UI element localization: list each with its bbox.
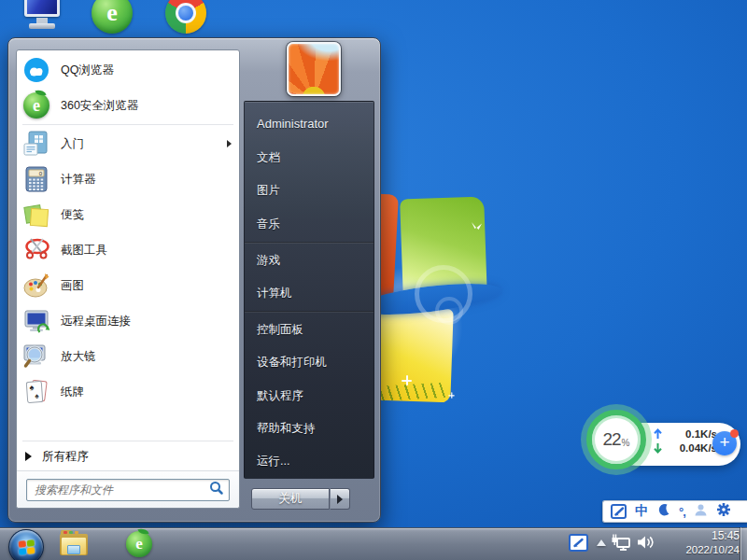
clock-date: 2022/10/24 <box>654 543 740 557</box>
menu-item-360-browser[interactable]: e 360安全浏览器 <box>17 88 239 123</box>
menu-item-label: 截图工具 <box>61 243 107 259</box>
upload-speed-row: 0.1K/s <box>654 428 717 440</box>
punctuation-toggle[interactable]: °, <box>679 505 685 519</box>
butterfly <box>471 220 483 237</box>
ime-language-bar: 中 °, <box>602 500 747 523</box>
all-programs-label: 所有程序 <box>42 449 89 465</box>
settings-gear-icon[interactable] <box>716 502 731 521</box>
volume-icon[interactable] <box>636 534 655 554</box>
menu-item-games[interactable]: 游戏 <box>245 245 374 277</box>
magnifier-icon <box>22 343 50 371</box>
ime-tray-icon[interactable] <box>569 534 588 552</box>
spacer <box>17 410 239 440</box>
submenu-arrow-icon <box>227 140 232 147</box>
qq-browser-icon <box>22 56 50 84</box>
menu-item-sticky-notes[interactable]: 便笺 <box>17 197 239 232</box>
network-speeds: 0.1K/s 0.04K/s <box>654 428 717 454</box>
menu-item-music[interactable]: 音乐 <box>245 208 374 241</box>
memory-percent: 22 <box>602 429 620 450</box>
menu-item-magnifier[interactable]: 放大镜 <box>17 339 239 374</box>
divider <box>245 242 374 244</box>
computer-base <box>29 23 55 29</box>
wallpaper-windows-flag <box>368 183 499 407</box>
all-programs-arrow-icon <box>25 452 32 461</box>
calculator-icon: 0 <box>22 165 50 193</box>
menu-item-label: 画图 <box>61 278 84 294</box>
desktop: e QQ浏览器 e 360安全浏览器 入门 <box>0 0 747 560</box>
360-browser-icon: e <box>23 92 49 119</box>
shutdown-split-button: 关机 <box>251 488 350 510</box>
menu-item-label: 计算器 <box>61 172 96 188</box>
menu-item-control-panel[interactable]: 控制面板 <box>245 314 374 346</box>
computer-screen <box>24 0 60 17</box>
solitaire-icon: ♠♠ <box>22 378 50 406</box>
menu-item-label: 纸牌 <box>61 385 84 400</box>
all-programs-button[interactable]: 所有程序 <box>17 442 239 470</box>
download-speed-value: 0.04K/s <box>669 442 717 454</box>
menu-item-solitaire[interactable]: ♠♠ 纸牌 <box>17 374 239 410</box>
getting-started-icon <box>22 130 50 158</box>
menu-item-remote-desktop[interactable]: 远程桌面连接 <box>17 303 239 339</box>
fullwidth-moon-icon[interactable] <box>656 503 670 521</box>
menu-item-qq-browser[interactable]: QQ浏览器 <box>17 52 239 88</box>
menu-item-label: 便笺 <box>61 207 84 223</box>
start-menu-right-panel: Administrator 文档 图片 音乐 游戏 计算机 控制面板 设备和打印… <box>244 101 374 479</box>
memory-usage-ball[interactable]: 22 % <box>586 410 646 469</box>
user-name[interactable]: Administrator <box>245 105 374 142</box>
network-icon[interactable] <box>611 533 632 556</box>
menu-item-computer[interactable]: 计算机 <box>245 277 374 310</box>
sparkle <box>448 392 455 399</box>
ime-logo-icon[interactable] <box>611 504 627 519</box>
add-button[interactable]: + <box>712 431 737 455</box>
search-area <box>17 470 239 508</box>
search-input[interactable] <box>35 483 209 497</box>
360-browser-icon[interactable]: e <box>92 0 133 34</box>
start-button[interactable] <box>8 529 44 560</box>
menu-item-documents[interactable]: 文档 <box>245 142 374 175</box>
menu-item-default-programs[interactable]: 默认程序 <box>245 379 374 412</box>
chrome-icon[interactable] <box>165 0 206 34</box>
arrow-right-icon <box>337 495 343 504</box>
menu-item-run[interactable]: 运行... <box>245 445 374 478</box>
user-icon[interactable] <box>694 503 708 520</box>
remote-desktop-icon <box>22 307 50 335</box>
search-icon[interactable] <box>209 481 224 499</box>
show-hidden-icons-arrow[interactable] <box>597 539 606 546</box>
menu-item-label: 360安全浏览器 <box>61 98 138 114</box>
menu-item-paint[interactable]: 画图 <box>17 268 239 303</box>
clock-time: 15:45 <box>654 529 740 543</box>
up-arrow-icon <box>654 428 662 440</box>
my-computer-icon[interactable] <box>22 0 63 35</box>
percent-sign: % <box>622 438 630 448</box>
upload-speed-value: 0.1K/s <box>669 428 717 440</box>
chinese-mode-toggle[interactable]: 中 <box>635 503 648 520</box>
menu-item-calculator[interactable]: 0 计算器 <box>17 161 239 197</box>
taskbar <box>0 527 747 560</box>
start-menu-left-panel: QQ浏览器 e 360安全浏览器 入门 0 计算器 <box>16 49 240 509</box>
shutdown-button[interactable]: 关机 <box>251 488 330 510</box>
menu-item-snipping-tool[interactable]: 截图工具 <box>17 232 239 268</box>
down-arrow-icon <box>654 442 662 454</box>
menu-item-pictures[interactable]: 图片 <box>245 175 374 207</box>
paint-icon <box>22 272 50 300</box>
divider <box>245 311 374 313</box>
start-menu: QQ浏览器 e 360安全浏览器 入门 0 计算器 <box>7 37 381 523</box>
show-desktop-button[interactable] <box>740 527 747 560</box>
menu-item-label: 放大镜 <box>61 349 96 365</box>
snipping-tool-icon <box>22 236 50 264</box>
windows-logo-icon <box>18 539 35 555</box>
search-box[interactable] <box>26 479 230 501</box>
svg-text:♠: ♠ <box>29 383 35 392</box>
shutdown-options-arrow[interactable] <box>330 488 350 510</box>
divider <box>22 124 233 125</box>
speed-ball-widget: 0.1K/s 0.04K/s 22 % + <box>579 406 747 476</box>
menu-item-label: 入门 <box>61 136 84 152</box>
360-browser-taskbar-button[interactable]: e <box>126 531 152 557</box>
user-avatar[interactable] <box>287 42 341 96</box>
tray-clock[interactable]: 15:45 2022/10/24 <box>654 529 740 557</box>
menu-item-getting-started[interactable]: 入门 <box>17 126 239 161</box>
menu-item-label: QQ浏览器 <box>61 63 114 78</box>
explorer-taskbar-button[interactable] <box>60 533 88 557</box>
menu-item-devices-printers[interactable]: 设备和打印机 <box>245 346 374 379</box>
menu-item-help-support[interactable]: 帮助和支持 <box>245 413 374 445</box>
